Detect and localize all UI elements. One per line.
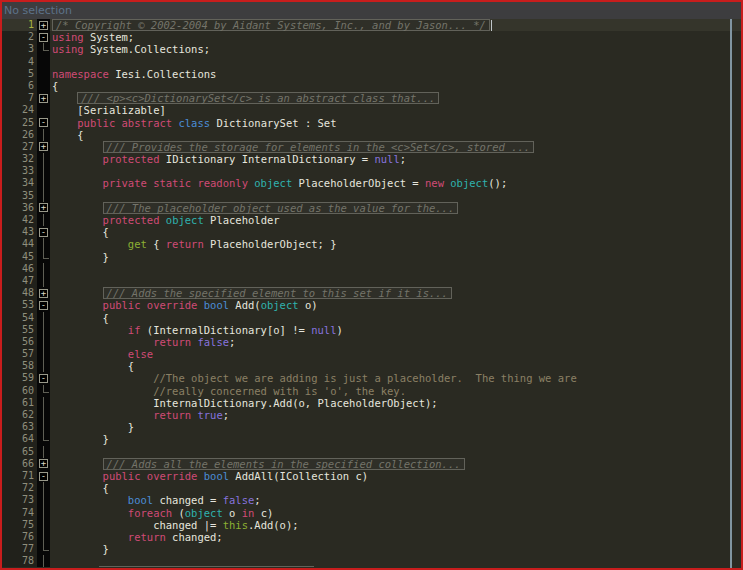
code-line-62[interactable]: 62 return true; <box>2 409 741 421</box>
line-number: 59 <box>2 372 37 384</box>
code-line-5[interactable]: 5namespace Iesi.Collections <box>2 68 741 80</box>
code-lines-container: 1+/* Copyright © 2002-2004 by Aidant Sys… <box>2 19 741 567</box>
fold-collapse-icon[interactable]: - <box>37 372 50 384</box>
code-line-74[interactable]: 74 foreach (object o in c) <box>2 507 741 519</box>
fold-margin <box>37 251 50 263</box>
code-line-75[interactable]: 75 changed |= this.Add(o); <box>2 519 741 531</box>
line-number: 76 <box>2 531 37 543</box>
code-line-57[interactable]: 57 else <box>2 348 741 360</box>
code-line-4[interactable]: 4 <box>2 56 741 68</box>
code-line-77[interactable]: 77 } <box>2 543 741 555</box>
collapsed-doc-comment[interactable]: /// Adds all the elements in the specifi… <box>103 458 465 470</box>
fold-margin <box>37 56 50 68</box>
code-text: /// Adds all the elements in the specifi… <box>50 458 741 470</box>
code-line-78[interactable]: 78 <box>2 555 741 567</box>
fold-margin <box>37 190 50 202</box>
line-number: 6 <box>2 80 37 92</box>
app-window: No selection 1+/* Copyright © 2002-2004 … <box>0 0 743 570</box>
fold-collapse-icon[interactable]: - <box>37 470 50 482</box>
fold-margin <box>37 397 50 409</box>
code-line-7[interactable]: 7+ /// <p><c>DictionarySet</c> is an abs… <box>2 92 741 104</box>
code-text: return false; <box>50 336 741 348</box>
code-line-55[interactable]: 55 if (InternalDictionary[o] != null) <box>2 324 741 336</box>
code-text: public override bool Add(object o) <box>50 299 741 311</box>
fold-expand-icon[interactable]: + <box>37 19 50 31</box>
fold-margin <box>37 555 50 567</box>
code-line-59[interactable]: 59- //The object we are adding is just a… <box>2 372 741 384</box>
fold-expand-icon[interactable]: + <box>37 92 50 104</box>
line-number: 62 <box>2 409 37 421</box>
fold-margin <box>37 433 50 445</box>
code-text: { <box>50 360 741 372</box>
code-line-76[interactable]: 76 return changed; <box>2 531 741 543</box>
code-text: using System.Collections; <box>50 43 741 55</box>
collapsed-doc-comment[interactable]: /// The placeholder object used as the v… <box>103 202 459 214</box>
code-text: } <box>50 543 741 555</box>
code-text: { <box>50 129 741 141</box>
code-line-56[interactable]: 56 return false; <box>2 336 741 348</box>
code-line-73[interactable]: 73 bool changed = false; <box>2 494 741 506</box>
collapsed-doc-comment[interactable]: /// Adds the specified element to this s… <box>103 287 452 299</box>
line-number: 56 <box>2 336 37 348</box>
code-line-65[interactable]: 65 <box>2 446 741 458</box>
fold-expand-icon[interactable]: + <box>37 287 50 299</box>
line-number: 27 <box>2 141 37 153</box>
code-text: foreach (object o in c) <box>50 507 741 519</box>
code-line-64[interactable]: 64 } <box>2 433 741 445</box>
code-line-2[interactable]: 2-using System; <box>2 31 741 43</box>
code-line-44[interactable]: 44 get { return PlaceholderObject; } <box>2 238 741 250</box>
code-line-24[interactable]: 24 [Serializable] <box>2 104 741 116</box>
code-line-32[interactable]: 32 protected IDictionary InternalDiction… <box>2 153 741 165</box>
code-line-54[interactable]: 54 { <box>2 312 741 324</box>
code-line-35[interactable]: 35 <box>2 190 741 202</box>
fold-expand-icon[interactable]: + <box>37 458 50 470</box>
collapsed-doc-comment[interactable]: /* Copyright © 2002-2004 by Aidant Syste… <box>52 19 490 31</box>
code-text <box>50 446 741 458</box>
code-text: return changed; <box>50 531 741 543</box>
code-text: { <box>50 80 741 92</box>
code-text: [Serializable] <box>50 104 741 116</box>
code-line-42[interactable]: 42 protected object Placeholder <box>2 214 741 226</box>
code-line-61[interactable]: 61 InternalDictionary.Add(o, Placeholder… <box>2 397 741 409</box>
code-line-34[interactable]: 34 private static readonly object Placeh… <box>2 177 741 189</box>
fold-expand-icon[interactable]: + <box>37 141 50 153</box>
code-line-36[interactable]: 36+ /// The placeholder object used as t… <box>2 202 741 214</box>
code-line-71[interactable]: 71- public override bool AddAll(ICollect… <box>2 470 741 482</box>
code-line-45[interactable]: 45 } <box>2 251 741 263</box>
fold-expand-icon[interactable]: + <box>37 202 50 214</box>
code-text: changed |= this.Add(o); <box>50 519 741 531</box>
fold-collapse-icon[interactable]: - <box>37 299 50 311</box>
code-line-6[interactable]: 6{ <box>2 80 741 92</box>
fold-margin <box>37 68 50 80</box>
fold-collapse-icon[interactable]: - <box>37 31 50 43</box>
code-line-48[interactable]: 48+ /// Adds the specified element to th… <box>2 287 741 299</box>
code-line-63[interactable]: 63 } <box>2 421 741 433</box>
code-line-53[interactable]: 53- public override bool Add(object o) <box>2 299 741 311</box>
code-line-46[interactable]: 46 <box>2 263 741 275</box>
code-line-33[interactable]: 33 <box>2 165 741 177</box>
fold-collapse-icon[interactable]: - <box>37 226 50 238</box>
collapsed-doc-comment[interactable]: /// <p><c>DictionarySet</c> is an abstra… <box>77 92 439 104</box>
line-number: 3 <box>2 43 37 55</box>
fold-collapse-icon[interactable]: - <box>37 117 50 129</box>
code-line-66[interactable]: 66+ /// Adds all the elements in the spe… <box>2 458 741 470</box>
code-line-43[interactable]: 43- { <box>2 226 741 238</box>
line-number: 48 <box>2 287 37 299</box>
fold-margin <box>37 543 50 555</box>
collapsed-doc-comment[interactable]: /// Provides the storage for elements in… <box>103 141 535 153</box>
code-line-47[interactable]: 47 <box>2 275 741 287</box>
code-line-26[interactable]: 26 { <box>2 129 741 141</box>
code-text: else <box>50 348 741 360</box>
fold-margin <box>37 165 50 177</box>
code-line-3[interactable]: 3using System.Collections; <box>2 43 741 55</box>
vertical-scrollbar[interactable] <box>730 19 732 568</box>
code-line-1[interactable]: 1+/* Copyright © 2002-2004 by Aidant Sys… <box>2 19 741 31</box>
code-line-72[interactable]: 72 { <box>2 482 741 494</box>
code-text: return true; <box>50 409 741 421</box>
next-collapsed-comment-edge <box>99 566 314 567</box>
code-editor[interactable]: 1+/* Copyright © 2002-2004 by Aidant Sys… <box>2 19 741 567</box>
code-line-25[interactable]: 25- public abstract class DictionarySet … <box>2 117 741 129</box>
code-line-27[interactable]: 27+ /// Provides the storage for element… <box>2 141 741 153</box>
code-line-60[interactable]: 60 //really concerned with is 'o', the k… <box>2 385 741 397</box>
code-line-58[interactable]: 58 { <box>2 360 741 372</box>
